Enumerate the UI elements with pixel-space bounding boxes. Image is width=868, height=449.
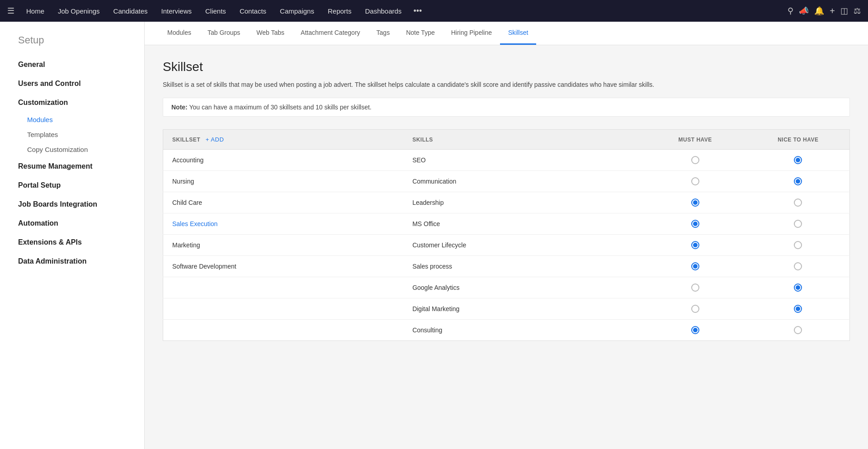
sidebar-item-job-boards[interactable]: Job Boards Integration — [0, 195, 144, 214]
table-row: Child Care Leadership — [163, 192, 850, 213]
tab-bar: Modules Tab Groups Web Tabs Attachment C… — [145, 22, 868, 45]
tab-skillset[interactable]: Skillset — [500, 22, 536, 45]
menu-icon[interactable]: ☰ — [7, 6, 14, 16]
skill-customer-lifecycle: Customer Lifecycle — [403, 235, 644, 256]
must-have-radio-container — [653, 156, 738, 164]
nice-to-have-customer-lifecycle — [747, 235, 850, 256]
must-have-radio-communication[interactable] — [691, 177, 699, 185]
sidebar-item-modules[interactable]: Modules — [0, 112, 144, 127]
skillset-name-empty-1 — [163, 277, 404, 298]
nice-to-have-consulting — [747, 320, 850, 341]
tab-attachment-category[interactable]: Attachment Category — [292, 22, 368, 45]
grid-icon[interactable]: ◫ — [840, 6, 848, 16]
nice-to-have-leadership — [747, 192, 850, 213]
nav-more-icon[interactable]: ••• — [409, 3, 426, 19]
skillset-name-empty-2 — [163, 298, 404, 320]
nav-candidates[interactable]: Candidates — [107, 4, 154, 19]
sales-execution-link[interactable]: Sales Execution — [172, 220, 217, 227]
nice-to-have-radio-sales-process[interactable] — [794, 262, 802, 270]
nice-to-have-radio-consulting[interactable] — [794, 326, 802, 334]
skill-leadership: Leadership — [403, 192, 644, 213]
must-have-radio-customer-lifecycle[interactable] — [691, 241, 699, 249]
nice-to-have-radio-customer-lifecycle[interactable] — [794, 241, 802, 249]
must-have-digital-marketing — [644, 298, 747, 320]
add-skillset-button[interactable]: + Add — [206, 136, 224, 143]
table-row: Software Development Sales process — [163, 256, 850, 277]
nice-to-have-seo — [747, 150, 850, 171]
wrench-icon[interactable]: ⚖ — [854, 6, 861, 16]
sidebar-item-resume-management[interactable]: Resume Management — [0, 157, 144, 176]
nav-reports[interactable]: Reports — [321, 4, 358, 19]
table-row: Sales Execution MS Office — [163, 213, 850, 235]
tab-hiring-pipeline[interactable]: Hiring Pipeline — [443, 22, 500, 45]
nice-to-have-communication — [747, 171, 850, 192]
nav-home[interactable]: Home — [20, 4, 51, 19]
sidebar-item-templates[interactable]: Templates — [0, 127, 144, 142]
tab-note-type[interactable]: Note Type — [398, 22, 443, 45]
must-have-consulting — [644, 320, 747, 341]
nice-to-have-sales-process — [747, 256, 850, 277]
main-content: Modules Tab Groups Web Tabs Attachment C… — [145, 22, 868, 449]
megaphone-icon[interactable]: 📣 — [799, 6, 809, 16]
sidebar-item-general[interactable]: General — [0, 55, 144, 74]
tab-web-tabs[interactable]: Web Tabs — [248, 22, 292, 45]
plus-icon[interactable]: + — [830, 6, 835, 16]
nice-to-have-ms-office — [747, 213, 850, 235]
tab-tab-groups[interactable]: Tab Groups — [199, 22, 248, 45]
bell-icon[interactable]: 🔔 — [814, 6, 824, 16]
skill-seo: SEO — [403, 150, 644, 171]
main-layout: Setup General Users and Control Customiz… — [0, 22, 868, 449]
nav-action-icons: ⚲ 📣 🔔 + ◫ ⚖ — [788, 6, 861, 16]
page-description: Skillset is a set of skills that may be … — [163, 80, 850, 90]
sidebar-item-extensions-apis[interactable]: Extensions & APIs — [0, 233, 144, 252]
note-label: Note: — [171, 104, 188, 111]
th-skills: SKILLS — [403, 130, 644, 150]
note-text: You can have a maximum of 30 skillsets a… — [189, 104, 371, 111]
skillset-name-marketing: Marketing — [163, 235, 404, 256]
must-have-customer-lifecycle — [644, 235, 747, 256]
nav-dashboards[interactable]: Dashboards — [359, 4, 408, 19]
must-have-radio-sales-process[interactable] — [691, 262, 699, 270]
nav-items: Home Job Openings Candidates Interviews … — [20, 3, 786, 19]
nav-clients[interactable]: Clients — [199, 4, 232, 19]
must-have-radio-consulting[interactable] — [691, 326, 699, 334]
nice-to-have-radio-seo[interactable] — [794, 156, 802, 164]
must-have-radio-google-analytics[interactable] — [691, 284, 699, 292]
must-have-leadership — [644, 192, 747, 213]
skill-ms-office: MS Office — [403, 213, 644, 235]
nice-to-have-radio-leadership[interactable] — [794, 199, 802, 207]
nav-campaigns[interactable]: Campaigns — [274, 4, 321, 19]
nice-to-have-radio-ms-office[interactable] — [794, 220, 802, 228]
skillset-name-accounting: Accounting — [163, 150, 404, 171]
nav-interviews[interactable]: Interviews — [155, 4, 198, 19]
must-have-radio-ms-office[interactable] — [691, 220, 699, 228]
sidebar-item-automation[interactable]: Automation — [0, 214, 144, 233]
th-must-have: MUST HAVE — [644, 130, 747, 150]
table-row: Marketing Customer Lifecycle — [163, 235, 850, 256]
must-have-radio-digital-marketing[interactable] — [691, 305, 699, 313]
must-have-radio-seo[interactable] — [691, 156, 699, 164]
must-have-seo — [644, 150, 747, 171]
sidebar-item-data-administration[interactable]: Data Administration — [0, 252, 144, 271]
tab-tags[interactable]: Tags — [368, 22, 398, 45]
sidebar-item-users-control[interactable]: Users and Control — [0, 74, 144, 93]
tab-modules[interactable]: Modules — [159, 22, 199, 45]
skill-digital-marketing: Digital Marketing — [403, 298, 644, 320]
table-row: Accounting SEO — [163, 150, 850, 171]
nice-to-have-radio-communication[interactable] — [794, 177, 802, 185]
skillset-name-empty-3 — [163, 320, 404, 341]
nav-contacts[interactable]: Contacts — [233, 4, 273, 19]
must-have-radio-leadership[interactable] — [691, 199, 699, 207]
sidebar-item-customization[interactable]: Customization — [0, 93, 144, 112]
nav-job-openings[interactable]: Job Openings — [52, 4, 106, 19]
skill-consulting: Consulting — [403, 320, 644, 341]
table-row: Digital Marketing — [163, 298, 850, 320]
table-body: Accounting SEO — [163, 150, 850, 341]
sidebar-item-copy-customization[interactable]: Copy Customization — [0, 142, 144, 157]
skill-google-analytics: Google Analytics — [403, 277, 644, 298]
search-icon[interactable]: ⚲ — [788, 6, 793, 16]
sidebar: Setup General Users and Control Customiz… — [0, 22, 145, 449]
nice-to-have-radio-google-analytics[interactable] — [794, 284, 802, 292]
nice-to-have-radio-digital-marketing[interactable] — [794, 305, 802, 313]
sidebar-item-portal-setup[interactable]: Portal Setup — [0, 176, 144, 195]
